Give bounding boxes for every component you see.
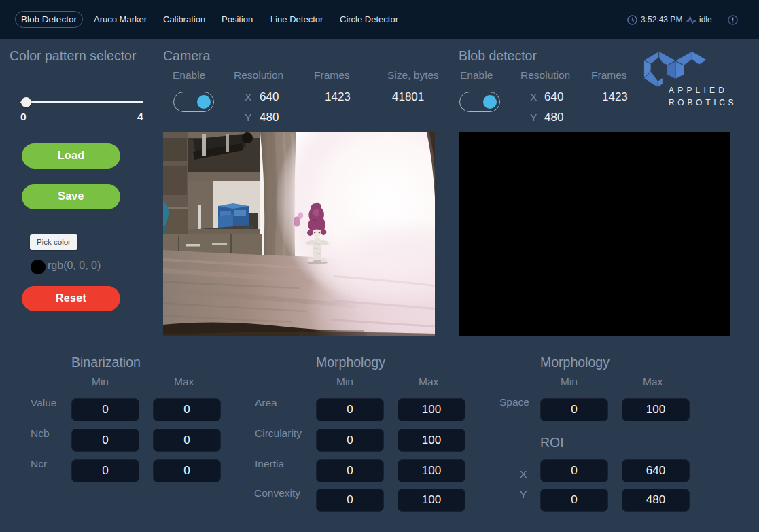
svg-text:APPLIED: APPLIED <box>669 86 728 95</box>
svg-text:ROBOTICS: ROBOTICS <box>669 98 737 107</box>
